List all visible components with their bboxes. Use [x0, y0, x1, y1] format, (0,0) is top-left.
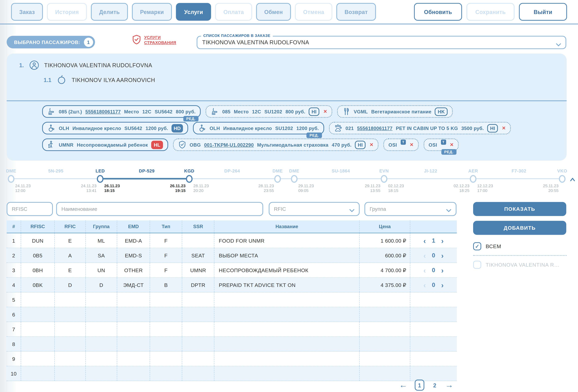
- service-chip-umnr[interactable]: UMNRНесопровождаемый ребенокHL: [42, 138, 168, 151]
- timeline-flight-label: 5N-295: [48, 168, 63, 174]
- passenger-name: TIKHONOV ILYA AARONOVICH: [72, 77, 155, 83]
- cell: F: [150, 263, 182, 277]
- service-chip-wheelchair-su1202[interactable]: OLHИнвалидное креслоSU12021200 руб.РЕД.: [193, 122, 324, 134]
- stepper-cell: ‹0›: [410, 263, 457, 277]
- cell: [360, 337, 410, 351]
- service-chip-pet-021[interactable]: 0215556180061177PET IN CABIN UP TO 5 KG3…: [329, 122, 511, 134]
- timeline-node-vko[interactable]: [559, 175, 566, 183]
- table-row[interactable]: 1DUNEMLEMD-AFFOOD FOR UNMR1 600.00 ₽‹1›: [7, 233, 457, 248]
- timeline-arrival-datetime: 28.11.2323:55: [258, 184, 274, 193]
- cell: [21, 337, 55, 351]
- table-row[interactable]: 20B5ASAEMD-SFSEATВЫБОР МЕСТА600.00 ₽‹0›: [7, 248, 457, 263]
- toolbar-button-refresh[interactable]: Обновить: [414, 3, 462, 21]
- toolbar-button-payment[interactable]: Оплата: [215, 3, 252, 21]
- toolbar-button-services[interactable]: Услуги: [176, 3, 211, 21]
- passenger-row-infant[interactable]: 1.1TIKHONOV ILYA AARONOVICH: [44, 75, 155, 85]
- toolbar-button-exit[interactable]: Выйти: [519, 3, 567, 21]
- cell: [360, 292, 410, 307]
- chip-text: Мультимодальная страховка: [257, 142, 328, 148]
- cell: [410, 337, 457, 351]
- all-checkbox[interactable]: ✓: [473, 242, 481, 250]
- timeline-node-dme[interactable]: [291, 175, 297, 183]
- table-row-empty: 8: [7, 337, 457, 352]
- rfisc-filter-input[interactable]: [7, 202, 53, 216]
- timeline-departure-datetime: 28.11.2320:20: [193, 184, 209, 193]
- passenger-checkbox[interactable]: [473, 261, 481, 269]
- timeline-node-kgd[interactable]: [186, 175, 193, 183]
- service-chip-meal-vgml[interactable]: VGMLВегетарианское питаниеHK: [337, 105, 453, 118]
- toolbar-button-order[interactable]: Заказ: [11, 3, 43, 21]
- service-chip-osi-2[interactable]: OSIT×РЕД.: [423, 138, 459, 151]
- timeline-node-dme[interactable]: [274, 175, 281, 183]
- timeline-flight-label: F7-302: [512, 168, 527, 174]
- toolbar-button-save[interactable]: Сохранить: [467, 3, 515, 21]
- service-chip-osi-1[interactable]: OSIT×: [383, 138, 419, 151]
- timeline-node-dme[interactable]: [8, 175, 14, 183]
- cell: [182, 352, 214, 366]
- remove-icon[interactable]: ×: [502, 125, 506, 131]
- increase-icon[interactable]: ›: [441, 252, 444, 259]
- group-filter-select[interactable]: Группа: [364, 202, 456, 216]
- price-cell: 4 375.00 ₽: [360, 278, 410, 292]
- service-chip-seat-085-su1202[interactable]: 085Место12CSU1202800 руб.HI×: [206, 105, 332, 118]
- page-1[interactable]: 1: [415, 380, 424, 391]
- toolbar-button-split[interactable]: Делить: [91, 3, 128, 21]
- remove-icon[interactable]: ×: [410, 142, 414, 148]
- toolbar-button-cancel[interactable]: Отмена: [295, 3, 332, 21]
- quantity-stepper: ‹0›: [410, 252, 457, 259]
- toolbar-button-exchange[interactable]: Обмен: [256, 3, 291, 21]
- column-header: Группа: [86, 220, 117, 233]
- status-badge-hi: HI: [487, 124, 498, 132]
- increase-icon[interactable]: ›: [441, 281, 444, 289]
- table-row[interactable]: 40BKDDЭМД-СТBDPTRPREPAID TKT ADVICE TKT …: [7, 278, 457, 292]
- name-filter-input[interactable]: [56, 202, 263, 216]
- page-2[interactable]: 2: [432, 382, 438, 388]
- passenger-panel: 1.TIKHONOVA VALENTINA RUDOLFOVNA1.1TIKHO…: [7, 54, 567, 161]
- decrease-icon[interactable]: ‹: [423, 237, 426, 244]
- timeline-departure-datetime: 26.11.2318:15: [104, 184, 120, 193]
- service-chip-wheelchair-su5642[interactable]: OLHИнвалидное креслоSU56421200 руб.HD: [42, 122, 188, 134]
- chip-text: Инвалидное кресло: [223, 125, 272, 131]
- timeline-node-aer[interactable]: [470, 175, 476, 183]
- toolbar-button-refund[interactable]: Возврат: [336, 3, 376, 21]
- increase-icon[interactable]: ›: [441, 237, 444, 244]
- remove-icon[interactable]: ×: [450, 142, 454, 148]
- add-button[interactable]: ДОБАВИТЬ: [473, 221, 566, 235]
- cell: [21, 322, 55, 336]
- service-chip-seat-085-su5642[interactable]: 085 (2шт.)5556180061177Место12CSU5642800…: [42, 105, 201, 118]
- toolbar-button-history[interactable]: История: [47, 3, 87, 21]
- passenger-row-adult[interactable]: 1.TIKHONOVA VALENTINA RUDOLFOVNA: [19, 60, 152, 70]
- wheelchair-icon: [198, 124, 206, 132]
- document-number-link[interactable]: 5556180061177: [85, 109, 121, 114]
- remove-icon[interactable]: ×: [324, 109, 327, 115]
- services-screen: ЗаказИсторияДелитьРемаркиУслугиОплатаОбм…: [0, 0, 578, 392]
- remove-icon[interactable]: ×: [370, 142, 373, 148]
- seat-icon: [47, 107, 55, 116]
- chip-text: VGML: [354, 109, 368, 114]
- timeline-node-evn[interactable]: [381, 175, 387, 183]
- rfic-filter-select[interactable]: RFIC: [269, 202, 360, 216]
- chip-text: 3500 руб.: [461, 125, 484, 131]
- document-number-link[interactable]: 001-TKPM-U1.002290: [204, 142, 254, 148]
- show-button[interactable]: ПОКАЗАТЬ: [473, 202, 566, 216]
- edit-tag[interactable]: РЕД.: [183, 116, 198, 121]
- timeline-station-label: KGD: [184, 168, 194, 174]
- timeline-node-led[interactable]: [97, 175, 103, 183]
- edit-tag[interactable]: РЕД.: [441, 149, 456, 155]
- toolbar-button-remarks[interactable]: Ремарки: [132, 3, 172, 21]
- passenger-list-select[interactable]: СПИСОК ПАССАЖИРОВ В ЗАКАЗЕ TIKHONOVA VAL…: [197, 36, 566, 49]
- cell: EMD-A: [117, 233, 150, 248]
- table-row[interactable]: 30BHEUNOTHERFUMNRНЕСОПРОВОЖДАЕМЫЙ РЕБЕНО…: [7, 263, 457, 278]
- service-chip-insurance-obg[interactable]: OBG001-TKPM-U1.002290Мультимодальная стр…: [173, 138, 379, 151]
- chevron-down-icon: [446, 207, 451, 211]
- timeline-station-label: VKO: [557, 168, 567, 174]
- increase-icon[interactable]: ›: [441, 267, 444, 274]
- next-page-icon[interactable]: →: [445, 381, 453, 389]
- prev-page-icon[interactable]: ←: [399, 381, 407, 389]
- document-number-link[interactable]: 5556180061177: [357, 125, 392, 131]
- insurance-services-link[interactable]: УСЛУГИ СТРАХОВАНИЯ: [132, 34, 176, 45]
- cell: [182, 337, 214, 351]
- cell: [55, 292, 86, 307]
- collapse-icon[interactable]: [570, 176, 575, 180]
- edit-tag[interactable]: РЕД.: [307, 133, 322, 138]
